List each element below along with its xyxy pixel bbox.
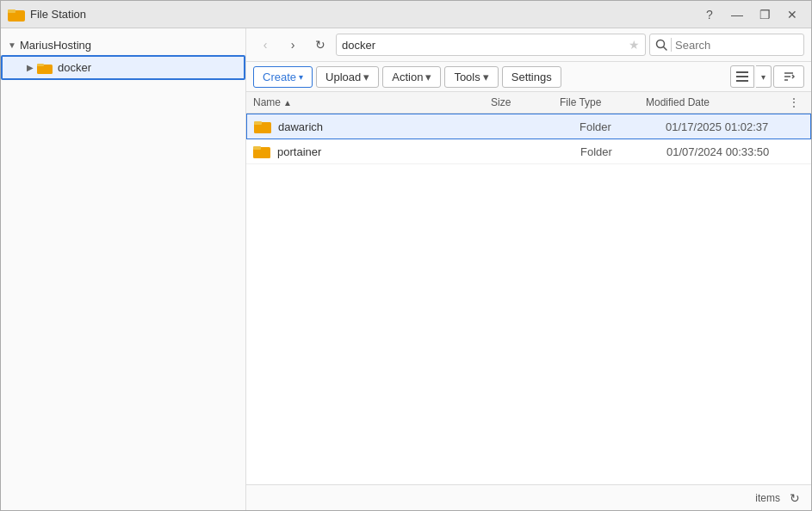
refresh-nav-button[interactable]: ↻ [308, 34, 332, 56]
items-label: items [755, 492, 780, 504]
svg-rect-13 [254, 121, 262, 125]
file-date-cell: 01/17/2025 01:02:37 [666, 120, 803, 133]
svg-rect-8 [736, 80, 748, 82]
create-button[interactable]: Create ▾ [253, 66, 313, 88]
search-button[interactable] [655, 39, 667, 51]
col-header-size[interactable]: Size [491, 96, 560, 108]
col-header-filetype[interactable]: File Type [560, 96, 646, 108]
folder-icon [254, 120, 271, 133]
help-button[interactable]: ? [697, 5, 722, 24]
upload-label: Upload [325, 71, 361, 83]
toolbar-actions: Create ▾ Upload ▾ Action ▾ Tools ▾ Setti… [246, 62, 811, 92]
forward-button[interactable]: › [281, 34, 305, 56]
tools-dropdown-arrow: ▾ [483, 71, 489, 83]
sidebar-item-label: docker [58, 61, 91, 74]
close-button[interactable]: ✕ [780, 5, 804, 24]
col-header-name[interactable]: Name ▲ [253, 96, 491, 108]
create-label: Create [263, 71, 296, 83]
action-label: Action [392, 71, 423, 83]
upload-dropdown-arrow: ▾ [363, 71, 369, 83]
sidebar-item-docker[interactable]: ▶ docker [1, 55, 245, 80]
sort-icon [783, 71, 795, 83]
settings-label: Settings [511, 71, 552, 83]
list-view-icon [736, 71, 748, 82]
action-dropdown-arrow: ▾ [425, 71, 431, 83]
file-type-cell: Folder [580, 145, 666, 158]
col-header-modified[interactable]: Modified Date [646, 96, 784, 108]
minimize-button[interactable]: — [725, 5, 749, 24]
view-controls: ▾ [730, 65, 804, 88]
search-bar[interactable] [649, 34, 804, 56]
window: File Station ? — ❐ ✕ ▼ MariusHosting ▶ d… [0, 0, 812, 511]
file-list: Name ▲ Size File Type Modified Date ⋮ [246, 92, 811, 484]
svg-line-5 [664, 47, 667, 51]
path-bar: docker ★ [336, 34, 646, 56]
chevron-down-icon: ▼ [8, 40, 16, 50]
main-area: ▼ MariusHosting ▶ docker ‹ › ↻ docker [1, 28, 811, 510]
tools-button[interactable]: Tools ▾ [444, 66, 498, 88]
sidebar: ▼ MariusHosting ▶ docker [1, 28, 246, 510]
titlebar: File Station ? — ❐ ✕ [1, 1, 811, 28]
bookmark-icon[interactable]: ★ [629, 38, 640, 52]
settings-button[interactable]: Settings [502, 66, 561, 88]
list-view-button[interactable] [730, 65, 754, 88]
create-dropdown-arrow: ▾ [299, 72, 303, 82]
svg-rect-6 [736, 71, 748, 73]
sort-button[interactable] [773, 65, 804, 88]
window-controls: ? — ❐ ✕ [697, 5, 804, 24]
file-type-cell: Folder [580, 120, 666, 133]
sidebar-root[interactable]: ▼ MariusHosting [1, 35, 245, 55]
svg-rect-15 [253, 146, 261, 150]
folder-icon [253, 145, 270, 158]
back-button[interactable]: ‹ [253, 34, 277, 56]
table-row[interactable]: portainer Folder 01/07/2024 00:33:50 [246, 139, 811, 164]
col-header-actions: ⋮ [784, 96, 804, 108]
view-dropdown-button[interactable]: ▾ [756, 65, 772, 88]
maximize-button[interactable]: ❐ [753, 5, 777, 24]
path-text: docker [342, 39, 629, 52]
folder-icon [37, 62, 53, 74]
file-name-text: dawarich [278, 120, 323, 133]
statusbar-refresh-button[interactable]: ↻ [785, 489, 804, 508]
file-list-header: Name ▲ Size File Type Modified Date ⋮ [246, 92, 811, 114]
col-name-label: Name [253, 96, 281, 108]
upload-button[interactable]: Upload ▾ [316, 66, 379, 88]
sidebar-root-label: MariusHosting [20, 39, 91, 52]
app-title: File Station [30, 8, 697, 21]
statusbar: items ↻ [246, 484, 811, 510]
app-icon [8, 6, 25, 23]
file-name-cell: dawarich [254, 120, 511, 133]
search-icon [655, 39, 667, 51]
file-panel: ‹ › ↻ docker ★ [246, 28, 811, 510]
svg-rect-1 [8, 9, 15, 13]
toolbar-top: ‹ › ↻ docker ★ [246, 28, 811, 62]
tools-label: Tools [454, 71, 480, 83]
file-name-cell: portainer [253, 145, 511, 158]
action-button[interactable]: Action ▾ [382, 66, 441, 88]
chevron-right-icon: ▶ [27, 63, 34, 72]
table-row[interactable]: dawarich Folder 01/17/2025 01:02:37 [246, 114, 811, 139]
file-name-text: portainer [277, 145, 321, 158]
file-date-cell: 01/07/2024 00:33:50 [666, 145, 804, 158]
search-input[interactable] [675, 39, 778, 52]
svg-rect-7 [736, 76, 748, 77]
svg-rect-3 [37, 64, 44, 66]
search-divider [671, 38, 672, 52]
sort-arrow-icon: ▲ [283, 98, 292, 108]
